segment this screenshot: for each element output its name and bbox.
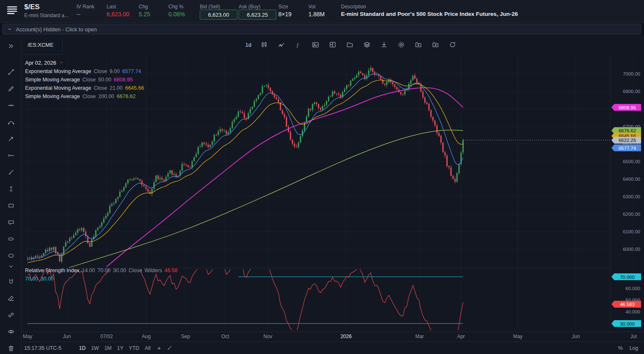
collapse-legend-icon[interactable] <box>59 60 64 65</box>
quote-label-iv-rank: IV Rank <box>76 4 94 10</box>
more-tools-chevron-icon[interactable] <box>5 261 16 272</box>
candles-icon[interactable] <box>260 40 268 49</box>
interval-button[interactable]: 1d <box>245 42 251 48</box>
rsi-param: 70.00 <box>97 268 110 273</box>
quote-label-ask-buy: Ask (Buy) <box>239 4 260 10</box>
legend-date-row[interactable]: Apr 02, 2026 <box>25 58 144 67</box>
indicator-source: Close <box>82 94 96 99</box>
price-label-tool-icon[interactable] <box>5 233 16 244</box>
time-axis-label: Apr <box>457 334 465 339</box>
open-folder-icon[interactable] <box>431 40 440 49</box>
arrow-tool-icon[interactable] <box>5 133 16 144</box>
eraser-icon[interactable] <box>5 293 16 303</box>
time-axis-label: Aug <box>142 334 150 339</box>
range-button-1m[interactable]: 1M <box>104 345 112 351</box>
price-tag: 6622.25 <box>611 137 641 144</box>
range-button-1y[interactable]: 1Y <box>117 345 123 351</box>
quote-label-chg: Chg % <box>168 4 183 10</box>
indicator-value: 6645.66 <box>125 85 144 91</box>
time-axis-label: Jun <box>572 334 580 339</box>
trend-line-tool-icon[interactable] <box>5 66 16 77</box>
range-button-1w[interactable]: 1W <box>91 345 99 351</box>
rsi-levels-row: 70.0030.00 <box>25 275 178 283</box>
symbol-tab[interactable]: /ES:XCME <box>22 35 63 55</box>
accounts-bar[interactable]: Account(s) Hidden - Click to open <box>2 24 641 35</box>
time-axis-label: 2026 <box>341 334 352 339</box>
rsi-level: 30.00 <box>41 276 53 282</box>
indicator-period: 50.00 <box>98 77 111 83</box>
gear-icon[interactable] <box>397 40 405 49</box>
price-axis-label: 7000.00 <box>610 71 640 76</box>
quote-value-description: E-mini Standard and Poor's 500 Stock Pri… <box>341 11 518 17</box>
horizontal-ray-tool-icon[interactable] <box>5 150 16 161</box>
visibility-icon[interactable] <box>5 326 16 337</box>
expand-sidebar-icon[interactable] <box>5 40 16 51</box>
chart-legend: Apr 02, 2026 Exponential Moving AverageC… <box>25 58 144 101</box>
percent-scale-toggle[interactable]: % <box>618 345 623 351</box>
time-axis-label: Nov <box>263 334 272 339</box>
range-button-all[interactable]: All <box>145 345 150 351</box>
range-buttons: 1D1W1M1YYTDAll <box>79 345 150 351</box>
legend-indicator-row[interactable]: Exponential Moving AverageClose21.006645… <box>25 84 144 92</box>
price-axis-label: 6100.00 <box>610 229 640 234</box>
indicator-name: Simple Moving Average <box>25 77 80 83</box>
add-range-button[interactable]: + <box>157 344 161 351</box>
symbol-title: $/ES <box>24 3 40 11</box>
edit-ranges-pencil-icon[interactable] <box>167 345 173 351</box>
quote-value-chg: 0.08% <box>168 11 185 18</box>
download-icon[interactable] <box>380 40 388 49</box>
rsi-param: 30.00 <box>113 268 126 273</box>
quote-label-vol: Vol <box>308 4 316 10</box>
indicator-value: 6808.95 <box>114 77 132 83</box>
refresh-icon[interactable] <box>448 40 457 49</box>
rsi-param: Wilders <box>145 268 162 273</box>
legend-indicator-row[interactable]: Simple Moving AverageClose50.006808.95 <box>25 76 144 84</box>
horizontal-line-tool-icon[interactable] <box>5 100 16 111</box>
rsi-legend-row[interactable]: Relative Strength Index14.0070.0030.00Cl… <box>25 266 178 275</box>
delete-drawings-icon[interactable] <box>5 343 16 354</box>
link-icon[interactable] <box>5 309 16 320</box>
time-axis-label: Oct <box>221 334 229 339</box>
rsi-param: 14.00 <box>82 268 95 273</box>
time-axis-label: May <box>23 334 33 339</box>
time-axis-label: 07/02 <box>100 334 113 339</box>
price-axis-label: 6400.00 <box>610 177 640 182</box>
rectangle-tool-icon[interactable] <box>5 200 16 211</box>
time-axis-label: Jun <box>63 334 71 339</box>
magnet-icon[interactable] <box>5 276 16 287</box>
quote-value-vol: 1.88M <box>308 11 325 18</box>
callout-tool-icon[interactable] <box>5 217 16 228</box>
quote-value-size: 8×19 <box>278 11 292 18</box>
indicator-source: Close <box>94 68 107 74</box>
layers-icon[interactable] <box>363 40 371 49</box>
legend-indicator-row[interactable]: Simple Moving AverageClose200.006676.62 <box>25 92 144 101</box>
svg-text:f: f <box>297 42 300 48</box>
save-folder-icon[interactable] <box>414 40 423 49</box>
indicator-source: Close <box>82 77 96 83</box>
rsi-tag: 70.000 <box>611 273 641 281</box>
function-icon[interactable]: f <box>294 40 303 49</box>
curve-tool-icon[interactable] <box>5 116 16 127</box>
compare-icon[interactable] <box>277 40 285 49</box>
measure-tool-icon[interactable] <box>5 183 16 194</box>
pencil-tool-icon[interactable] <box>5 83 16 94</box>
legend-indicator-row[interactable]: Exponential Moving AverageClose9.006577.… <box>25 67 144 76</box>
ellipse-tool-icon[interactable] <box>5 250 16 261</box>
quote-value-last: 6,623.00 <box>107 11 130 18</box>
quote-value-bid-sell[interactable]: 6,623.00 <box>200 10 237 20</box>
indicator-period: 21.00 <box>109 85 122 91</box>
trading-app: $/ES E-mini Standard a... IV Rank--Last6… <box>0 0 644 354</box>
folder-icon[interactable] <box>346 40 354 49</box>
quote-value-chg: 5.25 <box>139 11 150 18</box>
range-button-ytd[interactable]: YTD <box>129 345 139 351</box>
indicator-source: Close <box>94 85 107 91</box>
range-button-1d[interactable]: 1D <box>79 345 86 351</box>
layout-icon[interactable] <box>328 40 337 49</box>
app-logo-icon[interactable] <box>5 4 20 19</box>
log-scale-toggle[interactable]: Log <box>629 345 638 351</box>
rsi-legend: Relative Strength Index14.0070.0030.00Cl… <box>25 266 178 283</box>
marker-tool-icon[interactable] <box>5 167 16 177</box>
rsi-axis-label: 60.000 <box>610 286 640 291</box>
snapshot-icon[interactable] <box>311 40 320 49</box>
quote-value-ask-buy[interactable]: 6,623.25 <box>239 10 276 20</box>
